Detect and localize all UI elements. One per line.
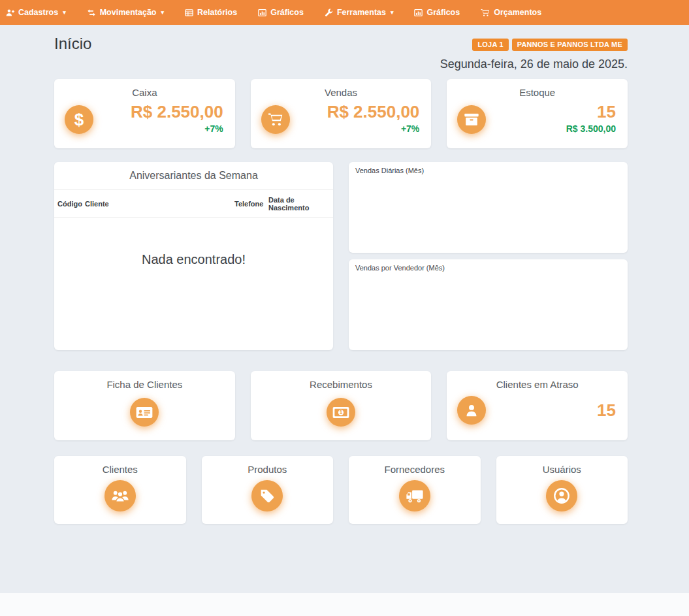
caixa-title: Caixa bbox=[66, 87, 223, 98]
recebimentos-title: Recebimentos bbox=[263, 379, 420, 390]
birthdays-panel: Aniversariantes da Semana Código Cliente… bbox=[54, 162, 333, 350]
page-header: Início LOJA 1 PANNOS E PANNOS LTDA ME bbox=[54, 25, 628, 54]
quick-links-row: Clientes Produtos Fornecedores Usuários bbox=[54, 456, 628, 524]
exchange-icon bbox=[87, 8, 96, 17]
daily-sales-chart-panel: Vendas Diárias (Mês) bbox=[349, 162, 628, 253]
bar-chart-icon bbox=[414, 8, 423, 17]
nav-item-ferramentas[interactable]: Ferramentas ▾ bbox=[314, 0, 404, 25]
clientes-atraso-card[interactable]: Clientes em Atraso 15 bbox=[447, 371, 628, 440]
column-header-nascimento: Data de Nascimento bbox=[265, 190, 333, 218]
vendas-title: Vendas bbox=[263, 87, 420, 98]
birthdays-table: Código Cliente Telefone Data de Nascimen… bbox=[54, 190, 333, 218]
estoque-card: Estoque 15 R$ 3.500,00 bbox=[447, 79, 628, 148]
store-badge: LOJA 1 bbox=[472, 39, 508, 51]
store-badges: LOJA 1 PANNOS E PANNOS LTDA ME bbox=[472, 39, 628, 51]
footer-strip bbox=[0, 593, 689, 616]
cart-icon bbox=[261, 105, 290, 134]
sales-by-seller-chart-panel: Vendas por Vendedor (Mês) bbox=[349, 259, 628, 350]
nav-item-label: Gráficos bbox=[426, 8, 460, 17]
caixa-card: Caixa $ R$ 2.550,00 +7% bbox=[54, 79, 235, 148]
box-icon bbox=[457, 105, 486, 134]
user-plus-icon bbox=[6, 8, 14, 17]
current-date: Segunda-feira, 26 de maio de 2025. bbox=[54, 57, 628, 71]
shortcut-row: Ficha de Clientes Recebimentos 1 Cliente… bbox=[54, 371, 628, 440]
nav-item-label: Ferramentas bbox=[337, 8, 386, 17]
stats-row: Caixa $ R$ 2.550,00 +7% Vendas R$ 2.550,… bbox=[54, 79, 628, 148]
usuarios-title: Usuários bbox=[505, 464, 619, 475]
bar-chart-icon bbox=[258, 8, 266, 17]
table-icon bbox=[185, 8, 193, 17]
fornecedores-title: Fornecedores bbox=[358, 464, 472, 475]
nav-item-label: Cadastros bbox=[18, 8, 58, 17]
empty-state-message: Nada encontrado! bbox=[54, 218, 333, 350]
chevron-down-icon: ▾ bbox=[161, 9, 165, 16]
column-header-cliente: Cliente bbox=[82, 190, 231, 218]
wrench-icon bbox=[325, 8, 333, 17]
user-circle-icon bbox=[546, 480, 577, 511]
chevron-down-icon: ▾ bbox=[63, 9, 66, 16]
dollar-icon: $ bbox=[65, 105, 93, 134]
daily-sales-chart-title: Vendas Diárias (Mês) bbox=[355, 167, 621, 174]
vendas-card: Vendas R$ 2.550,00 +7% bbox=[251, 79, 432, 148]
usuarios-card[interactable]: Usuários bbox=[496, 456, 628, 524]
users-icon bbox=[104, 480, 136, 511]
clientes-card[interactable]: Clientes bbox=[54, 456, 186, 524]
nav-item-relatorios[interactable]: Relatórios bbox=[174, 0, 248, 25]
column-header-codigo: Código bbox=[54, 190, 82, 218]
fornecedores-card[interactable]: Fornecedores bbox=[349, 456, 481, 524]
produtos-card[interactable]: Produtos bbox=[202, 456, 334, 524]
birthdays-title: Aniversariantes da Semana bbox=[54, 162, 333, 190]
nav-item-graficos-2[interactable]: Gráficos bbox=[404, 0, 470, 25]
nav-item-label: Gráficos bbox=[270, 8, 304, 17]
page-title: Início bbox=[54, 34, 91, 54]
clientes-title: Clientes bbox=[63, 464, 177, 475]
top-navbar: Cadastros ▾ Movimentação ▾ Relatórios Gr… bbox=[0, 0, 689, 25]
id-card-icon bbox=[130, 398, 159, 427]
svg-text:1: 1 bbox=[340, 409, 343, 415]
cart-icon bbox=[481, 8, 490, 17]
nav-item-label: Orçamentos bbox=[494, 8, 541, 17]
recebimentos-card[interactable]: Recebimentos 1 bbox=[251, 371, 432, 440]
chevron-down-icon: ▾ bbox=[391, 9, 394, 16]
tag-icon bbox=[251, 480, 283, 511]
nav-item-graficos-1[interactable]: Gráficos bbox=[248, 0, 314, 25]
nav-item-label: Movimentação bbox=[100, 8, 157, 17]
produtos-title: Produtos bbox=[211, 464, 325, 475]
ficha-clientes-title: Ficha de Clientes bbox=[66, 379, 223, 390]
nav-item-label: Relatórios bbox=[197, 8, 237, 17]
clientes-atraso-title: Clientes em Atraso bbox=[458, 379, 616, 390]
ficha-clientes-card[interactable]: Ficha de Clientes bbox=[54, 371, 235, 440]
user-icon bbox=[457, 396, 486, 425]
estoque-title: Estoque bbox=[458, 87, 616, 98]
money-bill-icon: 1 bbox=[327, 398, 355, 427]
truck-icon bbox=[399, 480, 430, 511]
nav-item-orcamentos[interactable]: Orçamentos bbox=[470, 0, 552, 25]
column-header-telefone: Telefone bbox=[231, 190, 265, 218]
sales-by-seller-chart-title: Vendas por Vendedor (Mês) bbox=[355, 264, 621, 272]
nav-item-movimentacao[interactable]: Movimentação ▾ bbox=[76, 0, 174, 25]
nav-item-cadastros[interactable]: Cadastros ▾ bbox=[0, 0, 76, 25]
company-badge: PANNOS E PANNOS LTDA ME bbox=[512, 39, 628, 51]
